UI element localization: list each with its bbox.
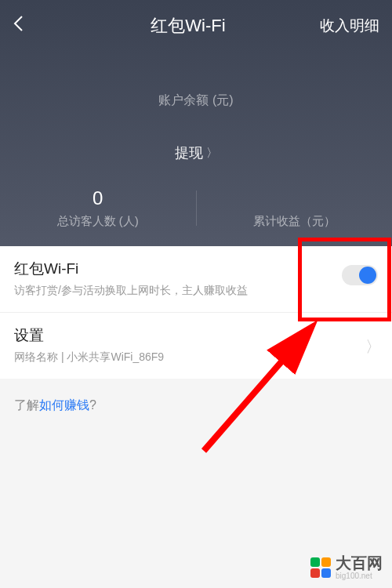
logo-square: [310, 568, 320, 578]
balance-section: 账户余额 (元): [0, 45, 392, 132]
logo-square: [321, 568, 331, 578]
page-title: 红包Wi-Fi: [60, 14, 317, 38]
network-name: 小米共享WiFi_86F9: [67, 350, 164, 363]
toggle-knob: [359, 267, 376, 284]
stat-earnings: 累计收益（元）: [197, 187, 393, 229]
earnings-label: 累计收益（元）: [197, 214, 393, 229]
earnings-value: [197, 187, 393, 209]
chevron-left-icon: [13, 15, 24, 32]
network-prefix: 网络名称 |: [14, 350, 67, 363]
settings-subtitle: 网络名称 | 小米共享WiFi_86F9: [14, 350, 378, 365]
hongbao-subtitle: 访客打赏/参与活动换取上网时长，主人赚取收益: [14, 284, 378, 298]
hongbao-toggle[interactable]: [342, 265, 378, 285]
stats-row: 0 总访客人数 (人) 累计收益（元）: [0, 175, 392, 246]
balance-label: 账户余额 (元): [0, 93, 392, 109]
watermark-sub: big100.net: [336, 572, 383, 580]
settings-title: 设置: [14, 325, 378, 346]
back-button[interactable]: [13, 15, 60, 37]
watermark: 大百网 big100.net: [310, 555, 383, 580]
learn-row: 了解如何赚钱?: [0, 379, 392, 433]
hongbao-wifi-row: 红包Wi-Fi 访客打赏/参与活动换取上网时长，主人赚取收益: [0, 246, 392, 313]
learn-suffix: ?: [89, 398, 96, 412]
chevron-right-icon: 〉: [365, 336, 381, 358]
chevron-right-icon: 〉: [206, 146, 218, 161]
settings-row[interactable]: 设置 网络名称 | 小米共享WiFi_86F9 〉: [0, 313, 392, 379]
logo-square: [321, 557, 331, 567]
watermark-logo: [310, 557, 331, 578]
income-details-link[interactable]: 收入明细: [317, 16, 379, 36]
how-to-earn-link[interactable]: 如何赚钱: [39, 398, 89, 412]
hongbao-title: 红包Wi-Fi: [14, 259, 378, 279]
learn-prefix: 了解: [14, 398, 39, 412]
withdraw-button[interactable]: 提现 〉: [175, 143, 218, 162]
visitors-label: 总访客人数 (人): [0, 214, 196, 229]
watermark-text: 大百网: [336, 555, 383, 571]
stat-visitors: 0 总访客人数 (人): [0, 187, 196, 229]
visitors-value: 0: [0, 187, 196, 209]
withdraw-label: 提现: [175, 143, 203, 162]
logo-square: [310, 557, 320, 567]
